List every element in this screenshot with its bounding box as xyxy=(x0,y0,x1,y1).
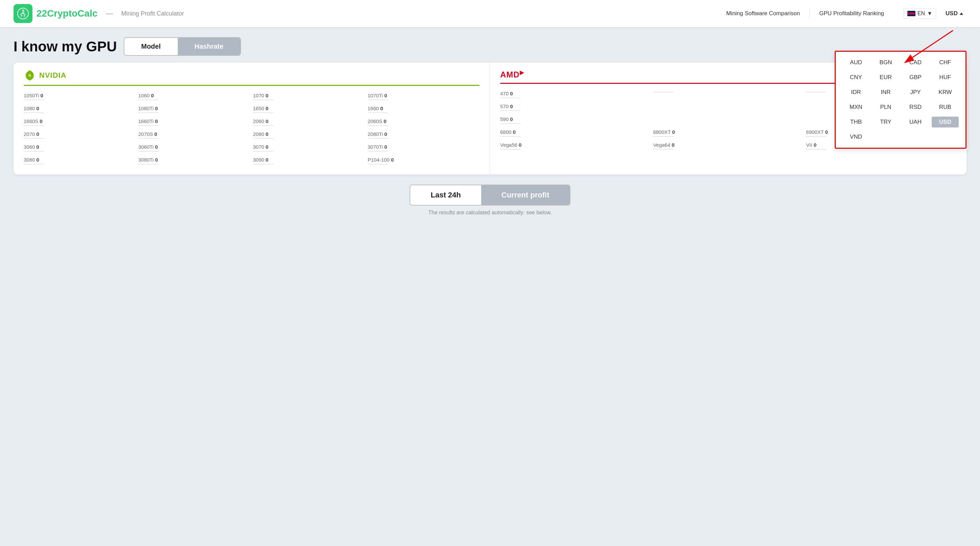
currency-option-jpy[interactable]: JPY xyxy=(902,87,929,98)
gpu-line xyxy=(500,123,520,124)
currency-option-uah[interactable]: UAH xyxy=(902,117,929,127)
gpu-line xyxy=(500,98,520,98)
lang-chevron: ▼ xyxy=(927,11,932,17)
currency-option-try[interactable]: TRY xyxy=(872,117,899,127)
currency-option-pln[interactable]: PLN xyxy=(872,102,899,113)
gpu-item-1070: 1070 0 xyxy=(253,92,365,100)
gpu-label: 2080 0 xyxy=(253,131,269,137)
gpu-item-filler1 xyxy=(653,103,803,111)
currency-option-usd[interactable]: USD xyxy=(932,117,959,127)
gpu-label: Vega56 0 xyxy=(500,142,522,148)
currency-option-gbp[interactable]: GBP xyxy=(902,72,929,83)
gpu-line xyxy=(806,92,826,92)
gpu-label: 470 0 xyxy=(500,91,513,96)
header: ₿ 22CryptoCalc — Mining Profit Calculato… xyxy=(0,0,980,27)
results-note: The results are calculated automatically… xyxy=(428,210,552,216)
currency-option-vnd[interactable]: VND xyxy=(842,132,870,142)
gpu-item-1070ti: 1070Ti 0 xyxy=(368,92,479,100)
mode-tab-model[interactable]: Model xyxy=(124,38,178,55)
currency-option-huf[interactable]: HUF xyxy=(932,72,959,83)
gpu-item-1660s: 1660S 0 xyxy=(24,118,135,126)
nvidia-bar xyxy=(24,85,479,86)
gpu-line xyxy=(138,138,159,138)
gpu-label: 2080Ti 0 xyxy=(368,131,387,137)
page-title: I know my GPU xyxy=(14,38,117,55)
gpu-label: 3060Ti 0 xyxy=(138,144,158,150)
language-label: EN xyxy=(918,11,925,17)
gpu-line xyxy=(138,164,159,164)
gpu-line xyxy=(24,126,44,126)
gpu-label: 1070Ti 0 xyxy=(368,92,387,99)
gpu-line xyxy=(368,151,388,151)
gpu-line xyxy=(253,164,274,164)
gpu-label: 6800 0 xyxy=(500,129,516,135)
gpu-label: Vega64 0 xyxy=(653,142,675,148)
currency-option-aud[interactable]: AUD xyxy=(842,57,870,68)
gpu-item-3060ti: 3060Ti 0 xyxy=(138,144,250,151)
gpu-item-3070: 3070 0 xyxy=(253,144,365,151)
gpu-line xyxy=(253,138,274,138)
currency-option-rub[interactable]: RUB xyxy=(932,102,959,113)
gpu-item-2080: 2080 0 xyxy=(253,131,365,138)
currency-option-eur[interactable]: EUR xyxy=(872,72,899,83)
nav-gpu-ranking[interactable]: GPU Profitability Ranking xyxy=(810,10,894,17)
nvidia-gpu-grid: 1050Ti 0 1060 0 1070 0 1070Ti 0 108 xyxy=(24,92,479,164)
logo-name: 22CryptoCalc xyxy=(37,8,98,19)
gpu-item-1080ti: 1080Ti 0 xyxy=(138,105,250,113)
gpu-line xyxy=(368,100,388,100)
gpu-item-570-2: 570 0 xyxy=(500,103,651,111)
currency-option-inr[interactable]: INR xyxy=(872,87,899,98)
gpu-item-3090: 3090 0 xyxy=(253,157,365,164)
gpu-label: 1650 0 xyxy=(253,105,269,111)
gpu-label: 1070 0 xyxy=(253,92,269,99)
gpu-item-3080: 3080 0 xyxy=(24,157,135,164)
logo-icon: ₿ xyxy=(14,4,32,23)
gpu-item-2070: 2070 0 xyxy=(24,131,135,138)
gpu-item-3060: 3060 0 xyxy=(24,144,135,151)
currency-option-cad[interactable]: CAD xyxy=(902,57,929,68)
gpu-label: 1660S 0 xyxy=(24,118,43,124)
gpu-item-1660: 1660 0 xyxy=(368,105,479,113)
gpu-line xyxy=(653,149,673,150)
currency-option-mxn[interactable]: MXN xyxy=(842,102,870,113)
gpu-label: 1080 0 xyxy=(24,105,39,111)
mode-tab-hashrate[interactable]: Hashrate xyxy=(178,38,240,55)
gpu-label: 3090 0 xyxy=(253,157,269,162)
profit-tab-last24h[interactable]: Last 24h xyxy=(410,185,481,205)
currency-option-rsd[interactable]: RSD xyxy=(902,102,929,113)
currency-option-chf[interactable]: CHF xyxy=(932,57,959,68)
currency-option-cny[interactable]: CNY xyxy=(842,72,870,83)
profit-tab-current[interactable]: Current profit xyxy=(481,185,570,205)
gpu-item-470: 470 0 xyxy=(500,91,651,98)
gpu-item-filler3 xyxy=(653,116,803,124)
gpu-item-p104-100: P104-100 0 xyxy=(368,157,479,164)
gpu-line xyxy=(653,92,673,92)
currency-option-krw[interactable]: KRW xyxy=(932,87,959,98)
gpu-label: 1660 0 xyxy=(368,105,383,111)
gpu-line xyxy=(24,113,44,113)
gpu-item-590-2: 590 0 xyxy=(500,116,651,124)
gpu-item-2080ti: 2080Ti 0 xyxy=(368,131,479,138)
currency-option-bgn[interactable]: BGN xyxy=(872,57,899,68)
language-button[interactable]: EN ▼ xyxy=(904,8,936,19)
currency-option-idr[interactable]: IDR xyxy=(842,87,870,98)
gpu-item-2060: 2060 0 xyxy=(253,118,365,126)
gpu-label: 2070 0 xyxy=(24,131,39,137)
gpu-line xyxy=(24,100,44,100)
currency-label: USD xyxy=(945,10,958,17)
gpu-label: 1050Ti 0 xyxy=(24,92,43,99)
nav-mining-software[interactable]: Mining Software Comparison xyxy=(717,10,809,17)
gpu-line xyxy=(138,126,159,126)
currency-option-thb[interactable]: THB xyxy=(842,117,870,127)
gpu-line xyxy=(368,126,388,126)
gpu-label: 3080Ti 0 xyxy=(138,157,158,162)
gpu-item-3080ti: 3080Ti 0 xyxy=(138,157,250,164)
gpu-line xyxy=(253,113,274,113)
header-right: EN ▼ USD xyxy=(904,8,966,19)
currency-button[interactable]: USD xyxy=(942,8,966,19)
svg-point-2 xyxy=(21,15,22,17)
gpu-item-1050ti: 1050Ti 0 xyxy=(24,92,135,100)
gpu-item-6800xt: 6800XT 0 xyxy=(653,129,803,137)
gpu-label: 2060S 0 xyxy=(368,118,387,124)
logo-subtitle: Mining Profit Calculator xyxy=(121,10,184,17)
